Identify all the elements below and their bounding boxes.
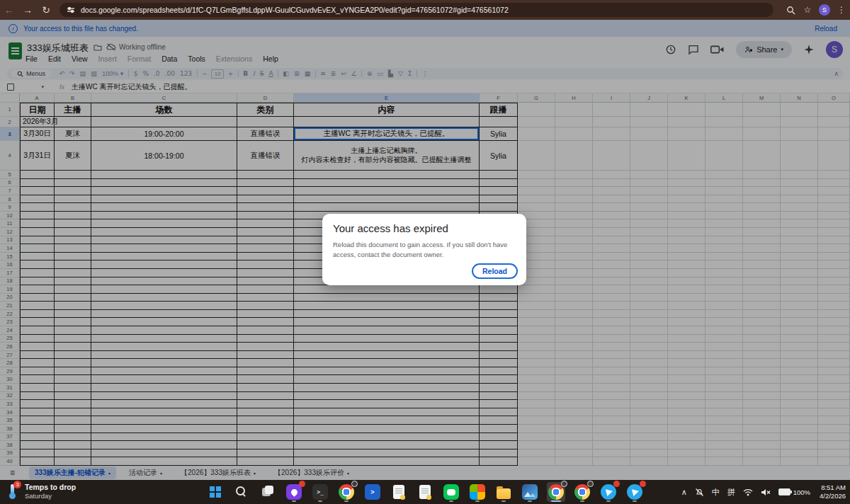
battery-indicator[interactable]: 100% <box>778 488 810 496</box>
reload-button[interactable]: Reload <box>472 263 518 279</box>
text-editor-2-icon[interactable] <box>416 482 434 502</box>
site-settings-icon[interactable] <box>67 6 75 14</box>
search-icon[interactable] <box>232 482 251 502</box>
open-app-indicator <box>292 500 296 502</box>
zoom-search-icon[interactable] <box>782 6 799 15</box>
open-app-indicator <box>318 500 322 502</box>
text-editor-icon[interactable] <box>390 482 408 502</box>
line-app-icon[interactable] <box>442 482 460 502</box>
chrome-active-icon[interactable] <box>547 482 565 502</box>
terminal-icon[interactable]: >_ <box>311 482 329 502</box>
open-app-indicator <box>633 500 637 502</box>
clock[interactable]: 8:51 AM 4/2/2026 <box>820 483 846 500</box>
open-app-indicator <box>606 500 611 502</box>
browser-profile-avatar[interactable]: S <box>819 4 830 16</box>
notification-badge <box>640 481 646 487</box>
windows-taskbar: 3 Temps to drop Saturday >_> ∧ 中 拼 100% … <box>0 480 850 504</box>
notification-off-icon[interactable] <box>695 488 704 497</box>
open-app-indicator <box>551 500 561 502</box>
ime-mode-indicator[interactable]: 拼 <box>727 487 735 498</box>
profile-badge <box>587 481 594 487</box>
profile-badge <box>561 481 567 487</box>
chrome-icon[interactable] <box>573 482 591 502</box>
profile-badge <box>351 481 358 487</box>
open-app-indicator <box>344 500 348 502</box>
chrome-profile-icon[interactable] <box>337 482 356 502</box>
open-app-indicator <box>475 500 480 502</box>
battery-icon <box>778 488 790 496</box>
browser-menu-icon[interactable]: ⋮ <box>833 5 850 15</box>
wifi-icon[interactable] <box>743 488 753 496</box>
pinned-app-icon[interactable] <box>285 482 303 502</box>
open-app-indicator <box>502 500 506 502</box>
url-bar[interactable]: docs.google.com/spreadsheets/d/1fC-Q7LGm… <box>60 3 774 17</box>
refresh-icon[interactable]: ↻ <box>37 4 55 16</box>
notification-badge <box>613 481 620 487</box>
volume-muted-icon[interactable] <box>761 488 771 496</box>
dialog-title: Your access has expired <box>333 222 448 234</box>
clock-date: 4/2/2026 <box>820 492 846 500</box>
browser-toolbar: ← → ↻ docs.google.com/spreadsheets/d/1fC… <box>0 0 850 20</box>
ime-language-indicator[interactable]: 中 <box>712 487 720 498</box>
task-view-icon[interactable] <box>259 482 277 502</box>
open-app-indicator <box>449 500 453 502</box>
notification-badge <box>299 481 305 487</box>
telegram-icon[interactable] <box>599 482 618 502</box>
file-explorer-icon[interactable] <box>494 482 513 502</box>
clock-time: 8:51 AM <box>820 483 846 492</box>
telegram-2-icon[interactable] <box>625 482 644 502</box>
forward-icon[interactable]: → <box>18 4 37 16</box>
back-icon[interactable]: ← <box>0 4 18 16</box>
photos-app-icon[interactable] <box>521 482 539 502</box>
open-app-indicator <box>528 500 532 502</box>
dialog-body: Reload this document to gain access. If … <box>333 240 514 260</box>
powershell-icon[interactable]: > <box>363 482 382 502</box>
url-text: docs.google.com/spreadsheets/d/1fC-Q7LGm… <box>81 6 509 14</box>
microsoft-365-icon[interactable] <box>468 482 487 502</box>
open-app-indicator <box>580 500 584 502</box>
tray-expand-icon[interactable]: ∧ <box>681 488 687 497</box>
access-expired-dialog: Your access has expired Reload this docu… <box>322 214 526 285</box>
windows-start-icon[interactable] <box>206 482 225 502</box>
bookmark-star-icon[interactable]: ☆ <box>799 5 816 15</box>
